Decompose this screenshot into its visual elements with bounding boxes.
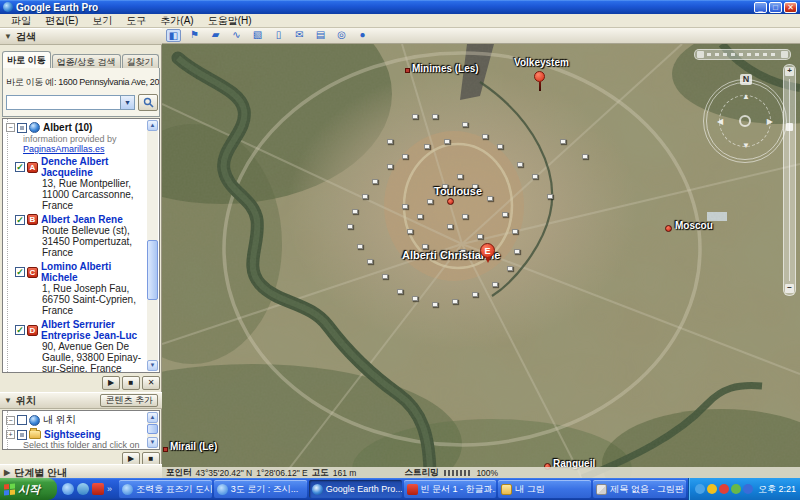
search-result-group[interactable]: − Albert (10) (6, 122, 149, 133)
pan-right-icon[interactable]: ▶ (767, 117, 773, 126)
my-places-checkbox[interactable] (17, 415, 27, 425)
scroll-down-icon[interactable]: ▼ (147, 360, 158, 371)
search-result-row[interactable]: A Denche Albert Jacqueline 13, Rue Montp… (15, 156, 149, 211)
add-placemark-icon[interactable]: ⚑ (187, 29, 202, 42)
quicklaunch-more-chevron[interactable]: » (107, 484, 112, 494)
tilt-track[interactable] (707, 53, 778, 56)
compass-navigator[interactable]: N ▲ ▼ ◀ ▶ (703, 79, 787, 163)
pan-up-icon[interactable]: ▲ (742, 92, 750, 101)
search-results-list[interactable]: − Albert (10) information provided by Pa… (2, 118, 160, 373)
view-in-google-maps-icon[interactable]: ◎ (334, 29, 349, 42)
menu-item[interactable]: 파일 (4, 14, 38, 28)
search-tab[interactable]: 바로 이동 (2, 51, 51, 68)
sidebar-toggle-icon[interactable]: ◧ (166, 29, 181, 42)
tilt-left-button[interactable] (697, 51, 704, 58)
start-button[interactable]: 시작 (0, 478, 57, 500)
sightseeing-label[interactable]: Sightseeing (44, 429, 101, 440)
task-button[interactable]: 조력호 표즈기 도시... (119, 480, 212, 498)
hwp-quicklaunch-icon[interactable] (92, 483, 104, 495)
tray-clock[interactable]: 오후 2:21 (755, 483, 796, 496)
places-scrollbar[interactable]: ▲ ▼ (147, 412, 158, 448)
scrollbar-thumb[interactable] (147, 424, 158, 434)
zoom-in-button[interactable]: + (785, 67, 794, 76)
ie-quicklaunch-icon[interactable] (62, 483, 74, 495)
menu-item[interactable]: 도구 (119, 14, 153, 28)
zoom-out-button[interactable]: − (785, 284, 794, 293)
sky-icon[interactable]: ● (355, 29, 370, 42)
result-checkbox[interactable] (15, 215, 25, 225)
scroll-down-icon[interactable]: ▼ (147, 437, 158, 448)
title-bar[interactable]: Google Earth Pro _ □ ✕ (0, 0, 800, 14)
result-checkbox[interactable] (15, 325, 25, 335)
group-checkbox[interactable] (17, 123, 27, 133)
north-button[interactable]: N (740, 74, 752, 85)
tray-messenger-icon[interactable] (707, 484, 717, 494)
result-name[interactable]: Lomino Alberti Michele (41, 261, 149, 283)
ruler-icon[interactable]: ▯ (271, 29, 286, 42)
toulouse-marker[interactable] (447, 198, 454, 205)
minimize-button[interactable]: _ (754, 2, 767, 13)
search-panel-header[interactable]: ▼ 검색 (0, 28, 162, 45)
close-button[interactable]: ✕ (784, 2, 797, 13)
sightseeing-row[interactable]: + Sightseeing (6, 429, 159, 440)
scrollbar-thumb[interactable] (147, 240, 158, 300)
tray-network-icon[interactable] (695, 484, 705, 494)
add-path-icon[interactable]: ∿ (229, 29, 244, 42)
search-result-row[interactable]: D Albert Serrurier Entreprise Jean-Luc 9… (15, 319, 149, 373)
result-name[interactable]: Denche Albert Jacqueline (41, 156, 149, 178)
task-button[interactable]: 빈 문서 1 - 한글과... (404, 480, 497, 498)
flyto-dropdown-button[interactable]: ▼ (121, 95, 135, 110)
search-go-button[interactable] (138, 94, 158, 111)
search-result-row[interactable]: B Albert Jean Rene Route Bellevue (st), … (15, 214, 149, 258)
search-result-row[interactable]: C Lomino Alberti Michele 1, Rue Joseph F… (15, 261, 149, 316)
pan-left-icon[interactable]: ◀ (717, 117, 723, 126)
sightseeing-checkbox[interactable] (17, 430, 27, 440)
search-tab[interactable]: 길찾기 (122, 54, 159, 68)
result-checkbox[interactable] (15, 162, 25, 172)
tilt-right-button[interactable] (781, 51, 788, 58)
task-button[interactable]: 내 그림 (498, 480, 591, 498)
menu-item[interactable]: 추가(A) (153, 14, 200, 28)
play-tour-button[interactable]: ▶ (102, 376, 120, 390)
search-tab[interactable]: 업종/상호 검색 (52, 54, 121, 68)
task-button[interactable]: 제목 없음 - 그림판 (593, 480, 686, 498)
stop-tour-button[interactable]: ■ (122, 376, 140, 390)
volkeystem-pushpin-marker[interactable] (534, 71, 545, 82)
result-name[interactable]: Albert Jean Rene (41, 214, 123, 225)
alberti-christianne-balloon-marker[interactable]: E (480, 243, 495, 258)
add-polygon-icon[interactable]: ▰ (208, 29, 223, 42)
moscou-marker[interactable] (665, 225, 672, 232)
zoom-thumb[interactable] (786, 123, 793, 131)
menu-item[interactable]: 보기 (85, 14, 119, 28)
tray-update-icon[interactable] (731, 484, 741, 494)
email-icon[interactable]: ✉ (292, 29, 307, 42)
tray-security-icon[interactable] (719, 484, 729, 494)
mirail-marker[interactable] (163, 447, 168, 452)
task-button[interactable]: Google Earth Pro... (309, 480, 402, 498)
flyto-input[interactable] (6, 95, 121, 110)
menu-item[interactable]: 도움말(H) (201, 14, 259, 28)
menu-item[interactable]: 편집(E) (38, 14, 85, 28)
result-checkbox[interactable] (15, 267, 25, 277)
provider-link[interactable]: PaginasAmarillas.es (23, 144, 149, 154)
results-scrollbar[interactable]: ▲ ▼ (147, 120, 158, 371)
minimes-marker[interactable] (405, 68, 410, 73)
scroll-up-icon[interactable]: ▲ (147, 120, 158, 131)
places-tree[interactable]: − 내 위치 + Sightseeing Select this folder … (2, 410, 160, 450)
zoom-track[interactable] (789, 79, 790, 281)
tilt-slider[interactable] (694, 49, 791, 60)
my-places-row[interactable]: − 내 위치 (6, 413, 159, 427)
add-image-overlay-icon[interactable]: ▧ (250, 29, 265, 42)
task-button[interactable]: 3도 로기 : 즈시... (214, 480, 307, 498)
print-icon[interactable]: ▤ (313, 29, 328, 42)
compass-hub[interactable] (739, 115, 751, 127)
clear-results-button[interactable]: ✕ (142, 376, 160, 390)
pan-down-icon[interactable]: ▼ (742, 141, 750, 150)
scroll-up-icon[interactable]: ▲ (147, 412, 158, 423)
zoom-slider[interactable]: + − (783, 64, 796, 296)
result-name[interactable]: Albert Serrurier Entreprise Jean-Luc (41, 319, 149, 341)
add-content-button[interactable]: 콘텐츠 추가 (100, 394, 158, 407)
places-panel-header[interactable]: ▼ 위치 콘텐츠 추가 (0, 392, 162, 409)
maximize-button[interactable]: □ (769, 2, 782, 13)
messenger-quicklaunch-icon[interactable] (77, 483, 89, 495)
